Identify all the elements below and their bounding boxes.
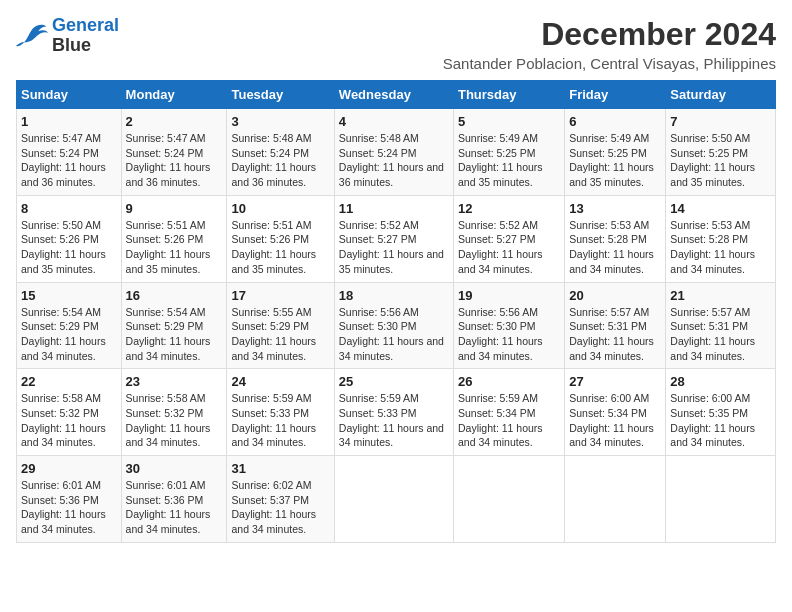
calendar-day-cell: 3Sunrise: 5:48 AMSunset: 5:24 PMDaylight… [227,109,334,196]
calendar-day-cell: 29Sunrise: 6:01 AMSunset: 5:36 PMDayligh… [17,456,122,543]
day-of-week-header: Monday [121,81,227,109]
calendar-day-cell: 8Sunrise: 5:50 AMSunset: 5:26 PMDaylight… [17,195,122,282]
calendar-day-cell: 18Sunrise: 5:56 AMSunset: 5:30 PMDayligh… [334,282,453,369]
calendar-day-cell: 6Sunrise: 5:49 AMSunset: 5:25 PMDaylight… [565,109,666,196]
day-of-week-header: Tuesday [227,81,334,109]
calendar-day-cell: 20Sunrise: 5:57 AMSunset: 5:31 PMDayligh… [565,282,666,369]
calendar-day-cell: 1Sunrise: 5:47 AMSunset: 5:24 PMDaylight… [17,109,122,196]
main-title: December 2024 [443,16,776,53]
calendar-day-cell: 11Sunrise: 5:52 AMSunset: 5:27 PMDayligh… [334,195,453,282]
calendar-day-cell: 23Sunrise: 5:58 AMSunset: 5:32 PMDayligh… [121,369,227,456]
calendar-day-cell: 4Sunrise: 5:48 AMSunset: 5:24 PMDaylight… [334,109,453,196]
calendar-day-cell [334,456,453,543]
calendar-day-cell: 25Sunrise: 5:59 AMSunset: 5:33 PMDayligh… [334,369,453,456]
logo-icon [16,22,48,50]
calendar-day-cell: 5Sunrise: 5:49 AMSunset: 5:25 PMDaylight… [453,109,564,196]
day-of-week-header: Sunday [17,81,122,109]
calendar-table: SundayMondayTuesdayWednesdayThursdayFrid… [16,80,776,543]
calendar-day-cell: 30Sunrise: 6:01 AMSunset: 5:36 PMDayligh… [121,456,227,543]
calendar-day-cell [565,456,666,543]
calendar-day-cell: 2Sunrise: 5:47 AMSunset: 5:24 PMDaylight… [121,109,227,196]
calendar-week-row: 8Sunrise: 5:50 AMSunset: 5:26 PMDaylight… [17,195,776,282]
day-of-week-header: Thursday [453,81,564,109]
logo: General Blue [16,16,119,56]
day-of-week-header: Friday [565,81,666,109]
calendar-day-cell: 26Sunrise: 5:59 AMSunset: 5:34 PMDayligh… [453,369,564,456]
day-of-week-header: Wednesday [334,81,453,109]
calendar-day-cell [666,456,776,543]
calendar-day-cell: 10Sunrise: 5:51 AMSunset: 5:26 PMDayligh… [227,195,334,282]
calendar-day-cell: 7Sunrise: 5:50 AMSunset: 5:25 PMDaylight… [666,109,776,196]
calendar-day-cell: 31Sunrise: 6:02 AMSunset: 5:37 PMDayligh… [227,456,334,543]
calendar-week-row: 29Sunrise: 6:01 AMSunset: 5:36 PMDayligh… [17,456,776,543]
title-block: December 2024 Santander Poblacion, Centr… [443,16,776,72]
calendar-day-cell: 12Sunrise: 5:52 AMSunset: 5:27 PMDayligh… [453,195,564,282]
calendar-day-cell: 17Sunrise: 5:55 AMSunset: 5:29 PMDayligh… [227,282,334,369]
calendar-week-row: 15Sunrise: 5:54 AMSunset: 5:29 PMDayligh… [17,282,776,369]
day-of-week-header: Saturday [666,81,776,109]
calendar-day-cell: 24Sunrise: 5:59 AMSunset: 5:33 PMDayligh… [227,369,334,456]
calendar-day-cell: 22Sunrise: 5:58 AMSunset: 5:32 PMDayligh… [17,369,122,456]
logo-text: General Blue [52,16,119,56]
calendar-day-cell: 13Sunrise: 5:53 AMSunset: 5:28 PMDayligh… [565,195,666,282]
calendar-header-row: SundayMondayTuesdayWednesdayThursdayFrid… [17,81,776,109]
calendar-week-row: 22Sunrise: 5:58 AMSunset: 5:32 PMDayligh… [17,369,776,456]
calendar-day-cell: 28Sunrise: 6:00 AMSunset: 5:35 PMDayligh… [666,369,776,456]
subtitle: Santander Poblacion, Central Visayas, Ph… [443,55,776,72]
calendar-day-cell: 21Sunrise: 5:57 AMSunset: 5:31 PMDayligh… [666,282,776,369]
calendar-day-cell: 14Sunrise: 5:53 AMSunset: 5:28 PMDayligh… [666,195,776,282]
calendar-day-cell: 9Sunrise: 5:51 AMSunset: 5:26 PMDaylight… [121,195,227,282]
calendar-day-cell: 19Sunrise: 5:56 AMSunset: 5:30 PMDayligh… [453,282,564,369]
calendar-day-cell: 16Sunrise: 5:54 AMSunset: 5:29 PMDayligh… [121,282,227,369]
calendar-day-cell: 27Sunrise: 6:00 AMSunset: 5:34 PMDayligh… [565,369,666,456]
calendar-day-cell [453,456,564,543]
calendar-week-row: 1Sunrise: 5:47 AMSunset: 5:24 PMDaylight… [17,109,776,196]
page-header: General Blue December 2024 Santander Pob… [16,16,776,72]
calendar-day-cell: 15Sunrise: 5:54 AMSunset: 5:29 PMDayligh… [17,282,122,369]
